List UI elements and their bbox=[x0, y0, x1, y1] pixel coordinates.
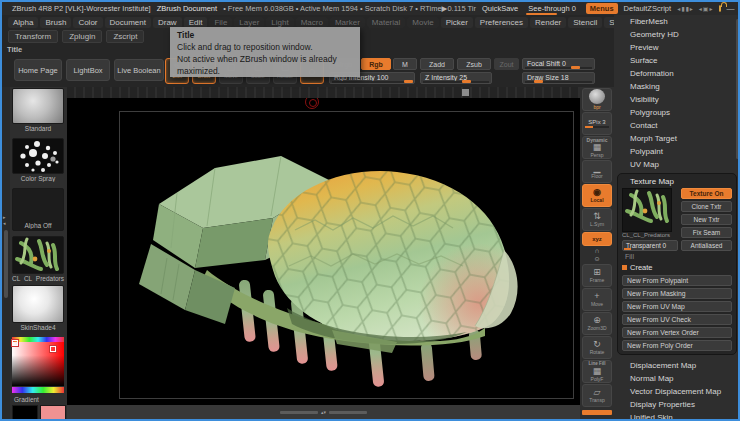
frame-button[interactable]: ⊞ Frame bbox=[582, 264, 612, 287]
panel-visibility[interactable]: Visibility bbox=[614, 93, 740, 106]
panel-displacement-map[interactable]: Displacement Map bbox=[614, 359, 740, 372]
create-section-header[interactable]: Create bbox=[622, 262, 732, 273]
menu-marker[interactable]: Marker bbox=[330, 17, 365, 28]
menu-picker[interactable]: Picker bbox=[441, 17, 473, 28]
focal-shift-slider[interactable]: Focal Shift 0 bbox=[522, 58, 595, 70]
zout-button[interactable]: Zout bbox=[494, 58, 519, 70]
panel-geometry-hd[interactable]: Geometry HD bbox=[614, 28, 740, 41]
transparency-button[interactable]: ▱ Transp bbox=[582, 384, 612, 407]
panel-fibermesh[interactable]: FiberMesh bbox=[614, 15, 740, 28]
new-from-masking-button[interactable]: New From Masking bbox=[622, 288, 732, 299]
title-bar[interactable]: ZBrush 4R8 P2 [VLK]-Worcester Institute]… bbox=[2, 2, 738, 15]
timeline-marker[interactable] bbox=[462, 89, 469, 96]
move-canvas-button[interactable]: + Move bbox=[582, 288, 612, 311]
menu-render[interactable]: Render bbox=[530, 17, 566, 28]
menu-material[interactable]: Material bbox=[367, 17, 405, 28]
document-viewport[interactable] bbox=[67, 98, 580, 405]
brush-thumbnail[interactable] bbox=[12, 88, 64, 124]
panel-vector-displacement-map[interactable]: Vector Displacement Map bbox=[614, 385, 740, 398]
panel-preview[interactable]: Preview bbox=[614, 41, 740, 54]
z-intensity-slider[interactable]: Z Intensity 25 bbox=[420, 72, 492, 84]
menu-stencil[interactable]: Stencil bbox=[568, 17, 602, 28]
canvas-bottom-bar[interactable]: ▴▾ bbox=[67, 405, 580, 419]
tray-scroll-left-icon[interactable]: ◂▮▮▸ bbox=[677, 5, 693, 12]
menu-draw[interactable]: Draw bbox=[153, 17, 182, 28]
tray-divider-accent[interactable] bbox=[582, 410, 612, 415]
secondary-color-swatch[interactable] bbox=[40, 405, 66, 421]
lock-icon[interactable] bbox=[719, 5, 721, 12]
floor-button[interactable]: ▁ Floor bbox=[582, 160, 612, 183]
panel-morph-target[interactable]: Morph Target bbox=[614, 132, 740, 145]
material-thumbnail[interactable] bbox=[12, 285, 64, 323]
minimize-button[interactable]: — bbox=[727, 4, 735, 13]
divider-handle[interactable] bbox=[280, 411, 318, 414]
texture-thumbnail[interactable] bbox=[12, 236, 64, 274]
texture-on-button[interactable]: Texture On bbox=[681, 188, 732, 199]
menu-transform[interactable]: Transform bbox=[8, 30, 58, 43]
new-from-poly-order-button[interactable]: New From Poly Order bbox=[622, 340, 732, 351]
panel-normal-map[interactable]: Normal Map bbox=[614, 372, 740, 385]
polyframe-button[interactable]: Line Fill ▦ PolyF bbox=[582, 360, 612, 383]
panel-uv-map[interactable]: UV Map bbox=[614, 158, 740, 171]
color-picker[interactable] bbox=[12, 337, 64, 393]
panel-scrollbar[interactable] bbox=[736, 19, 739, 159]
menu-zscript[interactable]: Zscript bbox=[106, 30, 144, 43]
zsub-button[interactable]: Zsub bbox=[457, 58, 491, 70]
menu-color[interactable]: Color bbox=[73, 17, 102, 28]
see-through-slider[interactable]: See-through 0 bbox=[524, 4, 580, 14]
local-button[interactable]: ◉ Local bbox=[582, 184, 612, 207]
zadd-button[interactable]: Zadd bbox=[420, 58, 454, 70]
fix-seam-button[interactable]: Fix Seam bbox=[681, 227, 732, 238]
divider-arrows-icon[interactable]: ▴▾ bbox=[321, 410, 326, 415]
m-button[interactable]: M bbox=[393, 58, 417, 70]
live-boolean-button[interactable]: Live Boolean bbox=[114, 59, 164, 81]
menus-button[interactable]: Menus bbox=[586, 3, 618, 14]
new-from-vertex-order-button[interactable]: New From Vertex Order bbox=[622, 327, 732, 338]
default-zscript-button[interactable]: DefaultZScript bbox=[624, 4, 672, 13]
divider-handle[interactable] bbox=[329, 411, 367, 414]
saturation-square[interactable] bbox=[12, 342, 64, 386]
menu-zplugin[interactable]: Zplugin bbox=[62, 30, 102, 43]
menu-preferences[interactable]: Preferences bbox=[475, 17, 528, 28]
zoom3d-button[interactable]: ⊕ Zoom3D bbox=[582, 312, 612, 335]
menu-macro[interactable]: Macro bbox=[296, 17, 328, 28]
panel-polypaint[interactable]: Polypaint bbox=[614, 145, 740, 158]
panel-polygroups[interactable]: Polygroups bbox=[614, 106, 740, 119]
menu-document[interactable]: Document bbox=[105, 17, 151, 28]
xyz-button[interactable]: xyz bbox=[582, 232, 612, 246]
menu-alpha[interactable]: Alpha bbox=[8, 17, 38, 28]
new-from-polypaint-button[interactable]: New From Polypaint bbox=[622, 275, 732, 286]
stroke-thumbnail[interactable] bbox=[12, 138, 64, 174]
tray-scroll-right-icon[interactable]: ◂▣▸ bbox=[699, 5, 713, 12]
menu-file[interactable]: File bbox=[209, 17, 232, 28]
panel-contact[interactable]: Contact bbox=[614, 119, 740, 132]
texture-map-thumbnail[interactable] bbox=[622, 188, 672, 232]
draw-size-slider[interactable]: Draw Size 18 bbox=[522, 72, 595, 84]
menu-brush[interactable]: Brush bbox=[40, 17, 71, 28]
panel-surface[interactable]: Surface bbox=[614, 54, 740, 67]
bpr-render-button[interactable]: bpr bbox=[582, 88, 612, 111]
menu-movie[interactable]: Movie bbox=[407, 17, 438, 28]
timeline-strip[interactable] bbox=[67, 87, 580, 98]
menu-layer[interactable]: Layer bbox=[234, 17, 264, 28]
quicksave-button[interactable]: QuickSave bbox=[482, 4, 518, 13]
home-page-button[interactable]: Home Page bbox=[14, 59, 62, 81]
panel-deformation[interactable]: Deformation bbox=[614, 67, 740, 80]
panel-masking[interactable]: Masking bbox=[614, 80, 740, 93]
lsym-button[interactable]: ⇅ L.Sym bbox=[582, 208, 612, 231]
menu-edit[interactable]: Edit bbox=[184, 17, 208, 28]
lightbox-button[interactable]: LightBox bbox=[66, 59, 110, 81]
hue-strip-bottom[interactable] bbox=[12, 387, 64, 393]
antialiased-button[interactable]: Antialiased bbox=[681, 240, 732, 251]
transparent-slider[interactable]: Transparent 0 bbox=[622, 240, 678, 251]
spix-slider[interactable]: SPix 3 bbox=[582, 112, 612, 135]
main-color-swatch[interactable] bbox=[12, 405, 38, 421]
rotate-canvas-button[interactable]: ↻ Rotate bbox=[582, 336, 612, 359]
new-from-uv-check-button[interactable]: New From UV Check bbox=[622, 314, 732, 325]
panel-unified-skin[interactable]: Unified Skin bbox=[614, 411, 740, 421]
menu-light[interactable]: Light bbox=[266, 17, 293, 28]
dynamic-persp-button[interactable]: Dynamic ▦ Persp bbox=[582, 136, 612, 159]
fill-button[interactable]: Fill bbox=[622, 251, 732, 262]
new-txtr-button[interactable]: New Txtr bbox=[681, 214, 732, 225]
tray-arrow-icon[interactable]: ◂ bbox=[3, 221, 6, 226]
